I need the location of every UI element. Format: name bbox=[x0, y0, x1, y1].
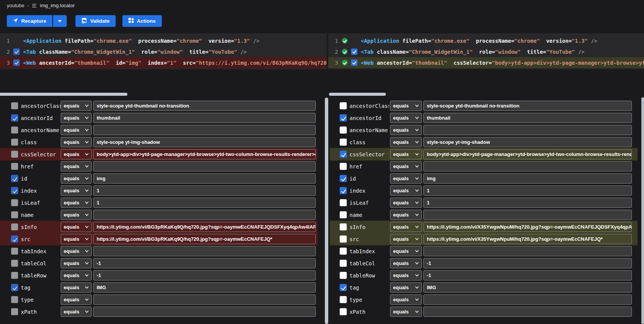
attr-checkbox-isLeaf[interactable] bbox=[11, 199, 18, 206]
attr-value-input[interactable] bbox=[423, 307, 632, 317]
attr-operator-select[interactable]: equals bbox=[61, 234, 92, 244]
attr-checkbox-ancestorName[interactable] bbox=[340, 126, 347, 134]
attr-checkbox-id[interactable] bbox=[11, 175, 18, 182]
attr-checkbox-sInfo[interactable] bbox=[11, 223, 18, 231]
attr-value-input[interactable]: style-scope ytd-thumbnail no-transition bbox=[93, 101, 316, 111]
attr-value-input[interactable]: IMG bbox=[93, 282, 316, 293]
attr-operator-select[interactable]: equals bbox=[61, 137, 92, 147]
attr-value-input[interactable]: 1 bbox=[423, 198, 632, 208]
right-horizontal-scrollbar[interactable] bbox=[329, 93, 386, 96]
attr-checkbox-tabIndex[interactable] bbox=[340, 248, 347, 255]
attr-checkbox-id[interactable] bbox=[340, 175, 347, 182]
attr-operator-select[interactable]: equals bbox=[61, 294, 92, 305]
attr-operator-select[interactable]: equals bbox=[390, 161, 422, 171]
locator-code-line[interactable]: 2<Tab className="Chrome_WidgetWin_1" rol… bbox=[328, 46, 644, 57]
recapture-button[interactable]: Recapture bbox=[7, 15, 52, 27]
attr-checkbox-type[interactable] bbox=[340, 296, 347, 303]
attr-value-input[interactable]: 1 bbox=[93, 185, 316, 196]
attr-checkbox-ancestorId[interactable] bbox=[11, 114, 18, 122]
attr-operator-select[interactable]: equals bbox=[61, 258, 92, 268]
attr-operator-select[interactable]: equals bbox=[390, 173, 422, 184]
locator-code-line[interactable]: 2<Tab className="Chrome_WidgetWin_1" rol… bbox=[0, 46, 327, 57]
attr-operator-select[interactable]: equals bbox=[61, 173, 92, 184]
code-line-checkbox[interactable] bbox=[351, 48, 357, 55]
attr-value-input[interactable] bbox=[423, 125, 632, 135]
attr-operator-select[interactable]: equals bbox=[61, 101, 92, 111]
attr-value-input[interactable]: 1 bbox=[423, 185, 632, 196]
attr-operator-select[interactable]: equals bbox=[390, 149, 422, 159]
actions-button[interactable]: Actions bbox=[122, 15, 162, 27]
attr-operator-select[interactable]: equals bbox=[390, 282, 422, 293]
attr-checkbox-tag[interactable] bbox=[340, 284, 347, 291]
attr-operator-select[interactable]: equals bbox=[390, 270, 422, 280]
attr-value-input[interactable]: thumbnail bbox=[93, 113, 316, 123]
attr-operator-select[interactable]: equals bbox=[61, 149, 92, 159]
attr-checkbox-cssSelector[interactable] bbox=[11, 151, 18, 158]
attr-checkbox-xPath[interactable] bbox=[340, 308, 347, 315]
attr-value-input[interactable]: IMG bbox=[423, 282, 632, 293]
attr-operator-select[interactable]: equals bbox=[61, 270, 92, 280]
attr-checkbox-name[interactable] bbox=[340, 211, 347, 218]
attr-operator-select[interactable]: equals bbox=[390, 125, 422, 135]
attr-checkbox-tag[interactable] bbox=[11, 284, 18, 291]
attr-operator-select[interactable]: equals bbox=[61, 222, 92, 232]
attr-value-input[interactable]: -1 bbox=[423, 258, 632, 268]
attr-checkbox-ancestorClass[interactable] bbox=[340, 102, 347, 109]
attr-operator-select[interactable]: equals bbox=[390, 198, 422, 208]
attr-checkbox-type[interactable] bbox=[11, 296, 18, 303]
attr-operator-select[interactable]: equals bbox=[61, 185, 92, 196]
attr-operator-select[interactable]: equals bbox=[61, 125, 92, 135]
breadcrumb-project[interactable]: youtube bbox=[7, 3, 24, 8]
attr-operator-select[interactable]: equals bbox=[390, 222, 422, 232]
attr-checkbox-xPath[interactable] bbox=[11, 308, 18, 315]
attr-value-input[interactable]: -1 bbox=[93, 270, 316, 280]
attr-value-input[interactable] bbox=[93, 246, 316, 256]
attr-value-input[interactable]: style-scope yt-img-shadow bbox=[93, 137, 316, 147]
attr-value-input[interactable]: thumbnail bbox=[423, 113, 632, 123]
attr-value-input[interactable]: img bbox=[423, 173, 632, 184]
attr-checkbox-src[interactable] bbox=[340, 235, 347, 243]
attr-checkbox-class[interactable] bbox=[11, 139, 18, 146]
attr-checkbox-index[interactable] bbox=[340, 187, 347, 194]
middle-vertical-scrollbar[interactable] bbox=[325, 98, 328, 324]
attr-value-input[interactable]: https://i.ytimg.com/vi/X35YwgwNpuM/hq720… bbox=[423, 234, 632, 244]
locator-code-line[interactable]: 3<Web ancestorId="thumbnail" id="img" in… bbox=[0, 57, 327, 68]
attr-value-input[interactable] bbox=[93, 161, 316, 171]
attr-checkbox-ancestorId[interactable] bbox=[340, 114, 347, 122]
attr-operator-select[interactable]: equals bbox=[61, 161, 92, 171]
attr-checkbox-isLeaf[interactable] bbox=[340, 199, 347, 206]
attr-checkbox-tableRow[interactable] bbox=[340, 272, 347, 279]
attr-checkbox-tabIndex[interactable] bbox=[11, 248, 18, 255]
attr-value-input[interactable] bbox=[93, 307, 316, 317]
code-line-checkbox[interactable] bbox=[13, 59, 20, 66]
attr-value-input[interactable] bbox=[93, 125, 316, 135]
attr-checkbox-tableRow[interactable] bbox=[11, 272, 18, 279]
attr-operator-select[interactable]: equals bbox=[61, 210, 92, 220]
attr-value-input[interactable]: style-scope ytd-thumbnail no-transition bbox=[423, 101, 632, 111]
attr-operator-select[interactable]: equals bbox=[390, 101, 422, 111]
validate-button[interactable]: Validate bbox=[75, 15, 116, 27]
attr-operator-select[interactable]: equals bbox=[61, 307, 92, 317]
attr-value-input[interactable] bbox=[93, 294, 316, 305]
attr-checkbox-tableCol[interactable] bbox=[11, 260, 18, 267]
attr-value-input[interactable]: -1 bbox=[93, 258, 316, 268]
attr-value-input[interactable]: 1 bbox=[93, 198, 316, 208]
attr-operator-select[interactable]: equals bbox=[61, 246, 92, 256]
attr-operator-select[interactable]: equals bbox=[390, 234, 422, 244]
left-horizontal-scrollbar[interactable] bbox=[0, 93, 127, 96]
attr-value-input[interactable]: style-scope yt-img-shadow bbox=[423, 137, 632, 147]
attr-checkbox-class[interactable] bbox=[340, 139, 347, 146]
attr-operator-select[interactable]: equals bbox=[61, 282, 92, 293]
attr-value-input[interactable]: https://i.ytimg.com/vi/X35YwgwNpuM/hq720… bbox=[423, 222, 632, 232]
attr-operator-select[interactable]: equals bbox=[390, 307, 422, 317]
attr-value-input[interactable] bbox=[423, 161, 632, 171]
code-line-checkbox[interactable] bbox=[13, 48, 20, 55]
attr-operator-select[interactable]: equals bbox=[390, 210, 422, 220]
attr-value-input[interactable] bbox=[423, 246, 632, 256]
attr-value-input[interactable] bbox=[423, 294, 632, 305]
recapture-dropdown-button[interactable] bbox=[53, 15, 67, 27]
attr-operator-select[interactable]: equals bbox=[390, 246, 422, 256]
attr-checkbox-index[interactable] bbox=[11, 187, 18, 194]
attr-checkbox-name[interactable] bbox=[11, 211, 18, 218]
attr-value-input[interactable]: https://i.ytimg.com/vi/BG3pRKaKq9Q/hq720… bbox=[93, 222, 316, 232]
